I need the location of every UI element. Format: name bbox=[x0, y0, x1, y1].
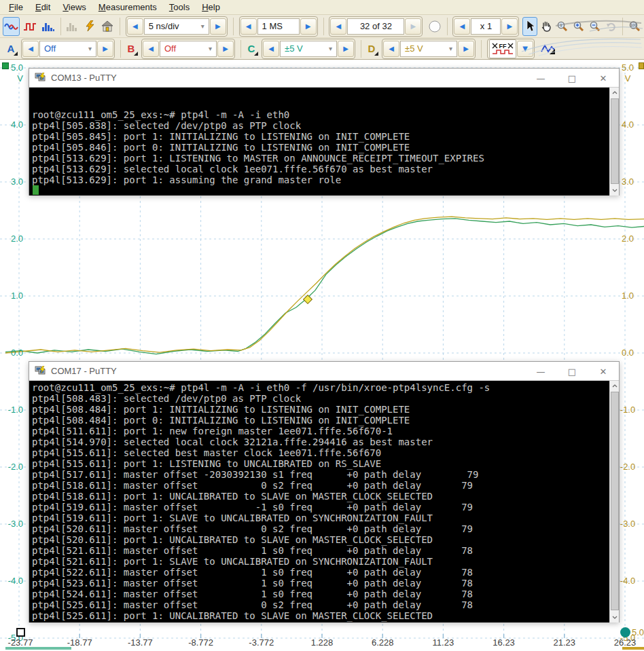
channel-c-indicator-square bbox=[2, 62, 9, 69]
menu-measurements[interactable]: Measurements bbox=[92, 0, 163, 15]
terminal-line: root@zcu111_om5_25_exs:~# ptp4l -m -A -i… bbox=[29, 382, 619, 393]
channel-d-indicator-square bbox=[639, 62, 644, 69]
digital-inputs-dropdown-button[interactable]: ▼ bbox=[517, 41, 533, 57]
spectrum-mode-button[interactable] bbox=[39, 17, 56, 36]
samples-increase-button[interactable]: ▶ bbox=[300, 18, 317, 35]
timebase-increase-button[interactable]: ▶ bbox=[210, 18, 226, 35]
trigger-marker-diamond[interactable] bbox=[304, 295, 312, 304]
channel-b-range-select[interactable]: Off ▾ bbox=[160, 41, 217, 57]
zoom-in-button[interactable] bbox=[571, 17, 586, 36]
math-channels-button[interactable] bbox=[538, 39, 558, 58]
persistence-mode-button[interactable] bbox=[21, 17, 38, 36]
channel-d-range-down-button[interactable]: ◀ bbox=[383, 41, 399, 57]
channel-b-range-down-button[interactable]: ◀ bbox=[143, 41, 159, 57]
hand-tool-button[interactable] bbox=[539, 17, 554, 36]
zoom-increase-button[interactable]: ▶ bbox=[501, 18, 518, 35]
close-button[interactable]: ✕ bbox=[588, 69, 619, 88]
maximize-button[interactable]: □ bbox=[556, 362, 588, 381]
terminal-line: root@zcu111_om5_25_exs:~# ptp4l -m -A -i… bbox=[29, 109, 619, 120]
persistence-disabled-button bbox=[65, 17, 82, 36]
channel-b-range-up-button[interactable]: ▶ bbox=[217, 41, 234, 57]
putty-com13-title-bar[interactable]: COM13 - PuTTY — □ ✕ bbox=[29, 69, 619, 88]
axis-tick-label: 1.0 bbox=[614, 291, 641, 301]
channel-a-range-down-button[interactable]: ◀ bbox=[22, 41, 39, 57]
putty-com17-title: COM17 - PuTTY bbox=[51, 366, 117, 376]
putty-window-com13[interactable]: COM13 - PuTTY — □ ✕ root@zcu111_om5_25_e… bbox=[29, 68, 620, 196]
scroll-down-button[interactable] bbox=[610, 612, 619, 622]
putty-window-com17[interactable]: COM17 - PuTTY — □ ✕ root@zcu111_om5_25_e… bbox=[29, 361, 620, 622]
zoom-out-button[interactable] bbox=[588, 17, 603, 36]
zoom-full-button[interactable]: 100 bbox=[626, 17, 643, 36]
buffer-previous-button[interactable]: ◀ bbox=[330, 18, 346, 35]
minimize-button[interactable]: — bbox=[525, 362, 556, 381]
timebase-select[interactable]: 5 ns/div ▾ bbox=[144, 18, 209, 35]
putty-com17-terminal[interactable]: root@zcu111_om5_25_exs:~# ptp4l -m -A -i… bbox=[29, 381, 619, 622]
menu-views[interactable]: Views bbox=[56, 0, 92, 15]
toolbar-channels: A ◀ Off ▾ ▶ B ◀ Off ▾ ▶ C ◀ ±5 V ▾ bbox=[0, 38, 644, 60]
menu-tools[interactable]: Tools bbox=[163, 0, 196, 15]
maximize-button[interactable]: □ bbox=[556, 69, 588, 88]
terminal-line: ptp4l[511.611]: port 1: new foreign mast… bbox=[29, 426, 619, 436]
x-axis-tick-label: 21.23 bbox=[554, 637, 576, 648]
channel-d-range-up-button[interactable]: ▶ bbox=[458, 41, 474, 57]
samples-value: 1 MS bbox=[262, 21, 283, 31]
putty-com13-terminal[interactable]: root@zcu111_om5_25_exs:~# ptp4l -m -A -i… bbox=[29, 88, 619, 196]
minimize-button[interactable]: — bbox=[525, 69, 556, 88]
menu-help[interactable]: Help bbox=[196, 0, 226, 15]
timebase-decrease-button[interactable]: ◀ bbox=[127, 18, 143, 35]
channel-d-menu-button[interactable]: D bbox=[365, 41, 378, 57]
left-axis-highlight-bar bbox=[5, 647, 71, 650]
samples-field[interactable]: 1 MS bbox=[257, 18, 300, 35]
digital-inputs-control: FF ▼ bbox=[487, 39, 535, 59]
terminal-line: ptp4l[505.838]: selected /dev/ptp0 as PT… bbox=[29, 120, 619, 131]
channel-c-range-select[interactable]: ±5 V ▾ bbox=[280, 41, 337, 57]
lightning-icon bbox=[85, 20, 96, 32]
buffer-overview-button[interactable] bbox=[426, 17, 443, 36]
pointer-tool-button[interactable] bbox=[522, 17, 537, 36]
menu-edit[interactable]: Edit bbox=[29, 0, 56, 15]
menu-file[interactable]: File bbox=[3, 0, 29, 15]
putty-com17-title-bar[interactable]: COM17 - PuTTY — □ ✕ bbox=[29, 362, 619, 381]
axis-tick-label: -4.0 bbox=[0, 576, 24, 586]
home-button[interactable] bbox=[99, 17, 116, 36]
samples-decrease-button[interactable]: ◀ bbox=[240, 18, 257, 35]
close-button[interactable]: ✕ bbox=[588, 362, 619, 381]
channel-a-range-up-button[interactable]: ▶ bbox=[97, 41, 113, 57]
scroll-up-button[interactable] bbox=[610, 88, 619, 98]
zoom-window-button[interactable]: 1 bbox=[555, 17, 570, 36]
axis-offset-handle[interactable] bbox=[620, 627, 630, 637]
channel-c-range-up-button[interactable]: ▶ bbox=[338, 41, 354, 57]
scrollbar[interactable] bbox=[609, 381, 619, 622]
histogram-icon bbox=[41, 21, 55, 32]
channel-a-range-select[interactable]: Off ▾ bbox=[39, 41, 96, 57]
x-axis-tick-label: 1.228 bbox=[311, 637, 334, 648]
scroll-up-button[interactable] bbox=[610, 381, 619, 391]
channel-a-menu-button[interactable]: A bbox=[4, 41, 18, 57]
scroll-down-button[interactable] bbox=[610, 185, 619, 196]
terminal-line: ptp4l[521.611]: port 1: SLAVE to UNCALIB… bbox=[29, 556, 619, 567]
scrollbar-thumb[interactable] bbox=[611, 392, 619, 610]
chevron-down-icon: ▾ bbox=[329, 45, 332, 52]
zoom-decrease-button[interactable]: ◀ bbox=[454, 18, 470, 35]
channel-d-range-value: ±5 V bbox=[405, 43, 423, 54]
channel-c-menu-button[interactable]: C bbox=[245, 41, 258, 57]
channel-c-range-down-button[interactable]: ◀ bbox=[263, 41, 279, 57]
scrollbar[interactable] bbox=[609, 88, 619, 196]
terminal-line: ptp4l[519.611]: port 1: SLAVE to UNCALIB… bbox=[29, 513, 619, 523]
terminal-line: ptp4l[521.611]: master offset 1 s0 freq … bbox=[29, 545, 619, 556]
axis-tick-label: 3.0 bbox=[0, 177, 24, 187]
digital-inputs-button[interactable]: FF bbox=[489, 39, 516, 58]
scope-mode-button[interactable] bbox=[3, 17, 20, 36]
x-axis-tick-label: 16.23 bbox=[493, 637, 515, 648]
auto-setup-button[interactable] bbox=[83, 17, 98, 36]
terminal-line: ptp4l[515.611]: selected best master clo… bbox=[29, 447, 619, 458]
math-channel-icon bbox=[541, 43, 556, 55]
scrollbar-thumb[interactable] bbox=[611, 98, 619, 184]
axis-tick-label: 0.0 bbox=[614, 348, 641, 358]
toolbar-separator bbox=[481, 40, 482, 58]
channel-d-range-select[interactable]: ±5 V ▾ bbox=[400, 41, 457, 57]
x-axis-tick-label: -13.77 bbox=[128, 637, 153, 648]
axis-marker-square[interactable] bbox=[16, 628, 25, 637]
channel-b-menu-button[interactable]: B bbox=[124, 41, 138, 57]
terminal-line: ptp4l[505.845]: port 1: INITIALIZING to … bbox=[29, 131, 619, 142]
